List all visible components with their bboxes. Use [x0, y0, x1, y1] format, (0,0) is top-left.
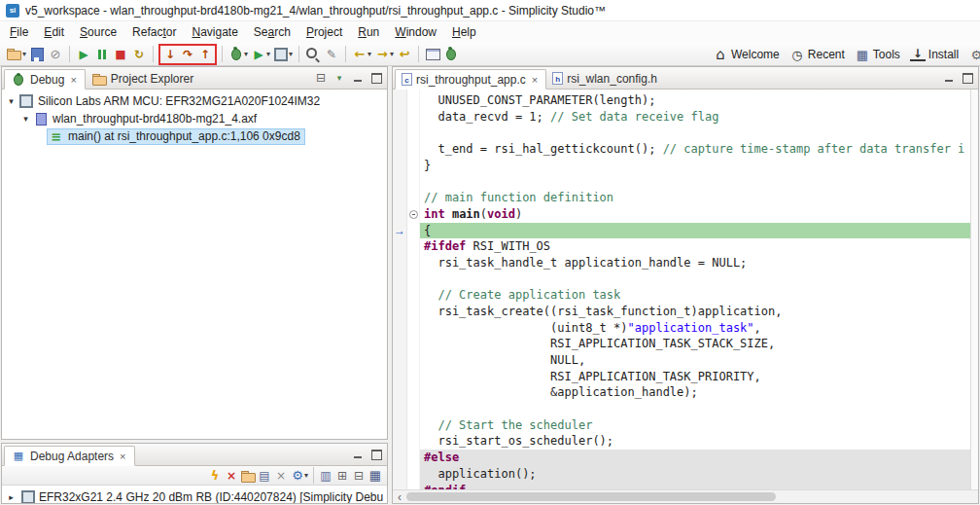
- code-line[interactable]: #endif: [420, 483, 970, 490]
- close-connection-icon[interactable]: ×: [273, 468, 289, 484]
- code-line[interactable]: #ifdef RSI_WITH_OS: [420, 238, 970, 255]
- connect-icon[interactable]: ϟ: [207, 468, 223, 484]
- menu-file[interactable]: File: [2, 22, 36, 42]
- welcome-button[interactable]: ⌂Welcome: [708, 44, 785, 65]
- run-launch-icon[interactable]: ▶: [250, 46, 267, 63]
- launch-console-icon[interactable]: [240, 468, 256, 484]
- disconnect-icon[interactable]: ×: [224, 468, 239, 484]
- tree-row[interactable]: ▾wlan_throughput-brd4180b-mg21_4.axf: [2, 110, 387, 127]
- step-return-icon[interactable]: ↑: [196, 46, 214, 63]
- mark-occurrences-icon[interactable]: ✎: [323, 46, 340, 63]
- code-line[interactable]: {: [420, 223, 970, 239]
- close-tab-icon[interactable]: ×: [120, 451, 125, 462]
- code-line[interactable]: }: [420, 158, 970, 174]
- fold-ruler[interactable]: [407, 90, 420, 489]
- debug-launch-icon[interactable]: [228, 46, 245, 63]
- menu-refactor[interactable]: Refactor: [124, 22, 184, 42]
- view-menu-icon[interactable]: ▾: [332, 70, 347, 86]
- open-perspective-icon[interactable]: [424, 46, 441, 63]
- tab-rsi-throughput-app-c[interactable]: crsi_throughput_app.c×: [395, 69, 546, 90]
- menu-window[interactable]: Window: [387, 22, 444, 42]
- step-over-icon[interactable]: ↷: [179, 46, 196, 63]
- tab-project-explorer[interactable]: Project Explorer: [86, 68, 201, 89]
- tree-row[interactable]: ≡main() at rsi_throughput_app.c:1,106 0x…: [2, 127, 387, 145]
- code-line[interactable]: #else: [420, 450, 970, 466]
- code-line[interactable]: // Create application task: [420, 287, 970, 304]
- maximize-icon[interactable]: [960, 70, 975, 86]
- save-icon[interactable]: [28, 46, 46, 63]
- suspend-icon[interactable]: [93, 46, 111, 63]
- code-line[interactable]: UNUSED_CONST_PARAMETER(length);: [420, 92, 970, 109]
- maximize-icon[interactable]: [368, 447, 384, 462]
- menu-source[interactable]: Source: [72, 22, 124, 42]
- step-into-icon[interactable]: ↓: [161, 46, 179, 63]
- menu-navigate[interactable]: Navigate: [184, 22, 245, 42]
- menu-edit[interactable]: Edit: [36, 22, 72, 42]
- flash-programmer-icon[interactable]: [272, 46, 290, 63]
- overview-ruler[interactable]: [970, 90, 978, 489]
- maximize-icon[interactable]: [368, 70, 384, 86]
- tree-row[interactable]: ▾Silicon Labs ARM MCU: EFR32MG21A020F102…: [2, 92, 387, 110]
- preferences-button[interactable]: ⚙Preferences: [963, 44, 980, 65]
- skip-all-breakpoints-icon[interactable]: ⊘: [47, 46, 64, 63]
- adapter-settings-icon[interactable]: ⚙: [290, 468, 305, 484]
- resume-icon[interactable]: ▶: [75, 46, 92, 63]
- scroll-left-icon[interactable]: ‹: [393, 490, 406, 504]
- menu-run[interactable]: Run: [350, 22, 387, 42]
- code-lines[interactable]: UNUSED_CONST_PARAMETER(length); data_rec…: [420, 90, 970, 489]
- install-button[interactable]: ↓Install: [905, 44, 963, 65]
- adapter-row[interactable]: ▸EFR32xG21 2.4 GHz 20 dBm RB (ID:4402078…: [2, 488, 387, 503]
- tab-rsi-wlan-config-h[interactable]: hrsi_wlan_config.h: [546, 68, 665, 89]
- group-by-icon[interactable]: ▦: [368, 468, 383, 484]
- code-line[interactable]: rsi_task_handle_t application_handle = N…: [420, 255, 970, 271]
- back-icon[interactable]: ←: [351, 46, 368, 63]
- collapse-all-icon[interactable]: ⊟: [313, 70, 329, 86]
- tab-debug-adapters[interactable]: ▦Debug Adapters×: [4, 446, 135, 466]
- search-icon[interactable]: [304, 46, 322, 63]
- code-line[interactable]: rsi_start_os_scheduler();: [420, 433, 970, 450]
- new-wizard-icon[interactable]: [6, 46, 23, 63]
- code-line[interactable]: (uint8_t *)"application_task",: [420, 320, 970, 337]
- tools-button[interactable]: ▦Tools: [850, 44, 905, 65]
- minimize-icon[interactable]: [941, 70, 957, 86]
- expand-all-icon[interactable]: ⊞: [334, 468, 350, 484]
- code-line[interactable]: data_recvd = 1; // Set data receive flag: [420, 109, 970, 126]
- forward-icon[interactable]: →: [373, 46, 391, 63]
- code-line[interactable]: [420, 173, 970, 190]
- collapse-all-icon[interactable]: ⊟: [351, 468, 367, 484]
- last-edit-location-icon[interactable]: ↩: [396, 46, 413, 63]
- view-columns-icon[interactable]: ▥: [318, 468, 333, 484]
- close-tab-icon[interactable]: ×: [70, 74, 76, 86]
- scrollbar-thumb[interactable]: [406, 492, 776, 501]
- tree-caret-icon[interactable]: ▾: [5, 96, 18, 106]
- code-line[interactable]: // main function definition: [420, 190, 970, 206]
- code-line[interactable]: // Start the scheduler: [420, 417, 970, 434]
- horizontal-scrollbar[interactable]: ‹: [393, 489, 978, 503]
- code-line[interactable]: [420, 271, 970, 288]
- code-line[interactable]: application();: [420, 466, 970, 483]
- tab-debug[interactable]: Debug×: [4, 69, 86, 90]
- recent-button[interactable]: ◷Recent: [785, 44, 850, 65]
- code-line[interactable]: int main(void): [420, 206, 970, 223]
- menu-search[interactable]: Search: [246, 22, 298, 42]
- code-line[interactable]: RSI_APPLICATION_TASK_PRIORITY,: [420, 369, 970, 385]
- code-line[interactable]: NULL,: [420, 352, 970, 369]
- device-configuration-icon[interactable]: ▤: [257, 468, 272, 484]
- annotation-ruler[interactable]: →: [393, 90, 407, 489]
- code-line[interactable]: t_end = rsi_hal_gettickcount(); // captu…: [420, 141, 970, 158]
- minimize-icon[interactable]: [350, 70, 366, 86]
- code-line[interactable]: [420, 401, 970, 417]
- menu-project[interactable]: Project: [298, 22, 350, 42]
- restart-icon[interactable]: ↻: [130, 46, 148, 63]
- fold-collapse-icon[interactable]: [409, 210, 418, 219]
- close-tab-icon[interactable]: ×: [532, 74, 538, 86]
- menu-help[interactable]: Help: [444, 22, 484, 42]
- adapter-caret-icon[interactable]: ▸: [5, 492, 18, 502]
- code-line[interactable]: rsi_task_create((rsi_task_function_t)app…: [420, 304, 970, 320]
- code-line[interactable]: RSI_APPLICATION_TASK_STACK_SIZE,: [420, 336, 970, 352]
- code-line[interactable]: &application_handle);: [420, 384, 970, 401]
- minimize-icon[interactable]: [350, 447, 366, 462]
- code-line[interactable]: [420, 125, 970, 141]
- tree-caret-icon[interactable]: ▾: [19, 114, 32, 124]
- terminate-icon[interactable]: ■: [112, 46, 129, 63]
